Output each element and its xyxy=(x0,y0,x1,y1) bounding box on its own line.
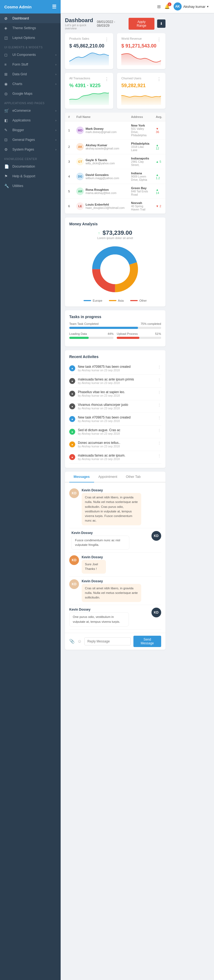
message-item: KD Kevin Dossey Cras sit amet nibh liber… xyxy=(69,577,161,605)
tab-messages[interactable]: Messages xyxy=(69,472,94,482)
legend-dot-asia xyxy=(109,300,116,301)
progress-bar xyxy=(117,337,161,339)
legend-label-asia: Asia xyxy=(118,299,124,302)
sidebar-item-documentation[interactable]: 📄 Documentation xyxy=(0,162,61,171)
sidebar-item-applications[interactable]: ◧ Applications › xyxy=(0,116,61,125)
cell-index: 4 xyxy=(65,169,73,184)
name-main: Gayle S Tavels xyxy=(86,158,115,162)
sidebar-item-theme-settings[interactable]: ◈ Theme Settings xyxy=(0,23,61,33)
dropdown-icon[interactable]: ▾ xyxy=(207,5,209,8)
progress-bar xyxy=(69,327,161,329)
sidebar-item-ecommerce[interactable]: 🛒 eCommerce › xyxy=(0,106,61,116)
activity-text: Donec accumsan eros tellus.. xyxy=(78,441,155,445)
name-email: wilburn.magg@yahoo.com xyxy=(86,177,119,180)
msg-bubble: Fusce condimentum nunc ac nisl vulputate… xyxy=(71,536,129,550)
name-info: Gayle S Tavels willy_dicki@yahoo.com xyxy=(86,158,115,165)
grid-apps-icon[interactable]: ⊞ xyxy=(157,4,161,9)
activities-list: ● New task #709875 has been created by A… xyxy=(69,362,161,463)
attachment-icon[interactable]: 📎 xyxy=(69,639,75,644)
analysis-title: Money Analysis xyxy=(69,222,161,226)
tasks-title: Tasks in progress xyxy=(69,315,161,319)
cell-avg: ▼ 2 xyxy=(152,199,165,214)
legend-europe: Europe xyxy=(84,299,102,302)
activity-more-icon[interactable]: ⋮ xyxy=(157,415,161,420)
sidebar-logo[interactable]: Cosmo Admin ☰ xyxy=(0,0,61,13)
download-button[interactable]: ⬇ xyxy=(157,19,165,28)
activity-more-icon[interactable]: ⋮ xyxy=(157,441,161,445)
activity-item: ● New task #709875 has been created by A… xyxy=(69,362,161,375)
dashboard-icon: ⊘ xyxy=(4,16,10,21)
sidebar-item-layout-options[interactable]: ◫ Layout Options xyxy=(0,33,61,43)
name-main: Akshay Kumar xyxy=(86,143,119,147)
sidebar-label-blogger: Blogger xyxy=(13,128,24,132)
reply-input[interactable] xyxy=(84,637,131,646)
stat-more-icon[interactable]: ⋮ xyxy=(105,37,109,42)
cell-index: 5 xyxy=(65,184,73,199)
avatar: MD xyxy=(76,127,84,134)
name-main: David Gonzales xyxy=(86,173,119,177)
apply-range-button[interactable]: Apply Range xyxy=(128,18,154,30)
sidebar-item-google-maps[interactable]: ◎ Google Maps xyxy=(0,89,61,99)
mini-chart-churned xyxy=(121,90,161,105)
cell-avg: ▲ 14 xyxy=(152,184,165,199)
cell-avg: ▼ 36 xyxy=(152,121,165,140)
activity-item: ● Vivamus rhoncus ullamcorper justo by A… xyxy=(69,400,161,413)
stat-more-icon[interactable]: ⋮ xyxy=(157,76,161,82)
progress-fill xyxy=(117,337,139,339)
stat-more-icon[interactable]: ⋮ xyxy=(105,76,109,82)
stat-more-icon[interactable]: ⋮ xyxy=(157,37,161,42)
activity-more-icon[interactable]: ⋮ xyxy=(157,403,161,407)
sidebar-item-form-stuff[interactable]: ≡ Form Stuff › xyxy=(0,60,61,69)
notification-bell[interactable]: 🔔 1 xyxy=(165,4,170,9)
table-row: 6 LE Louis Enberfehl haan_douglas13@hotm… xyxy=(65,199,165,214)
msg-bubble: Cras sit amet nibh libero, in gravida nu… xyxy=(82,493,141,525)
arrow-icon: › xyxy=(55,73,56,76)
sidebar-label-charts: Charts xyxy=(13,82,22,86)
sidebar-label-ecommerce: eCommerce xyxy=(13,109,31,113)
sidebar-item-data-grid[interactable]: ⊞ Data Grid › xyxy=(0,69,61,79)
msg-name: Kevin Dossey xyxy=(69,608,149,611)
name-info: Akshay Kumar akshay.azaste@gmail.com xyxy=(86,143,119,150)
avatar: AK xyxy=(174,2,182,11)
applications-icon: ◧ xyxy=(4,118,10,123)
table-row: 3 GT Gayle S Tavels willy_dicki@yahoo.co… xyxy=(65,154,165,169)
pages-icon: ⊡ xyxy=(4,138,10,142)
sidebar-item-general-pages[interactable]: ⊡ General Pages › xyxy=(0,135,61,145)
sidebar-item-utilities[interactable]: 🔧 Utilities xyxy=(0,181,61,191)
msg-row: KD Kevin Dossey Sure Joel Thanks ! xyxy=(69,555,161,574)
address-city: Philadelphia xyxy=(131,142,149,145)
activity-meta: by Akshay kumar on 23 sep 2018 xyxy=(78,369,155,372)
mini-chart-products xyxy=(69,51,109,65)
stat-value: 59,282,921 xyxy=(121,83,161,89)
user-menu[interactable]: AK Akshay kumar ▾ xyxy=(174,2,209,11)
activity-meta: by Akshay kumar on 23 sep 2018 xyxy=(78,394,155,397)
legend-asia: Asia xyxy=(109,299,124,302)
activity-more-icon[interactable]: ⋮ xyxy=(157,390,161,395)
stat-card-products: Products Sales ⋮ $ 45,862,210.00 xyxy=(65,33,113,69)
msg-content: Kevin Dossey Fusce condimentum nunc ac n… xyxy=(71,531,149,550)
sidebar-label-help: Help & Support xyxy=(13,174,35,178)
tab-appointment[interactable]: Appointment xyxy=(94,472,122,482)
sidebar-item-ui-components[interactable]: ◻ UI Components › xyxy=(0,50,61,60)
sidebar-item-dashboard[interactable]: ⊘ Dashboard xyxy=(0,13,61,23)
stat-card-transactions: All Transactions ⋮ % 4391 · ¥225 xyxy=(65,73,113,109)
activity-more-icon[interactable]: ⋮ xyxy=(157,365,161,369)
menu-icon[interactable]: ☰ xyxy=(52,4,56,10)
sidebar-item-blogger[interactable]: ✎ Blogger › xyxy=(0,125,61,135)
emoji-icon[interactable]: ☺ xyxy=(78,639,82,644)
sidebar-item-help-support[interactable]: ⚑ Help & Support xyxy=(0,171,61,181)
sidebar-item-system-pages[interactable]: ⚙ System Pages › xyxy=(0,145,61,154)
activity-more-icon[interactable]: ⋮ xyxy=(157,377,161,382)
legend-dot-europe xyxy=(84,300,91,301)
activity-more-icon[interactable]: ⋮ xyxy=(157,453,161,458)
activity-content: New task #709875 has been created by Aks… xyxy=(78,365,155,372)
address-city: Neevah xyxy=(131,201,149,205)
activity-more-icon[interactable]: ⋮ xyxy=(157,428,161,433)
sidebar: Cosmo Admin ☰ ⊘ Dashboard ◈ Theme Settin… xyxy=(0,0,61,980)
send-message-button[interactable]: Send Message xyxy=(133,636,161,647)
sidebar-item-charts[interactable]: ◉ Charts › xyxy=(0,79,61,89)
tab-other[interactable]: Other Tab xyxy=(122,472,145,482)
page-subtitle: Let's get a quick overview xyxy=(65,24,97,30)
cell-address: Indianapolis 2981 Clay Street, xyxy=(128,154,152,169)
col-fullname: Full Name xyxy=(73,113,128,121)
